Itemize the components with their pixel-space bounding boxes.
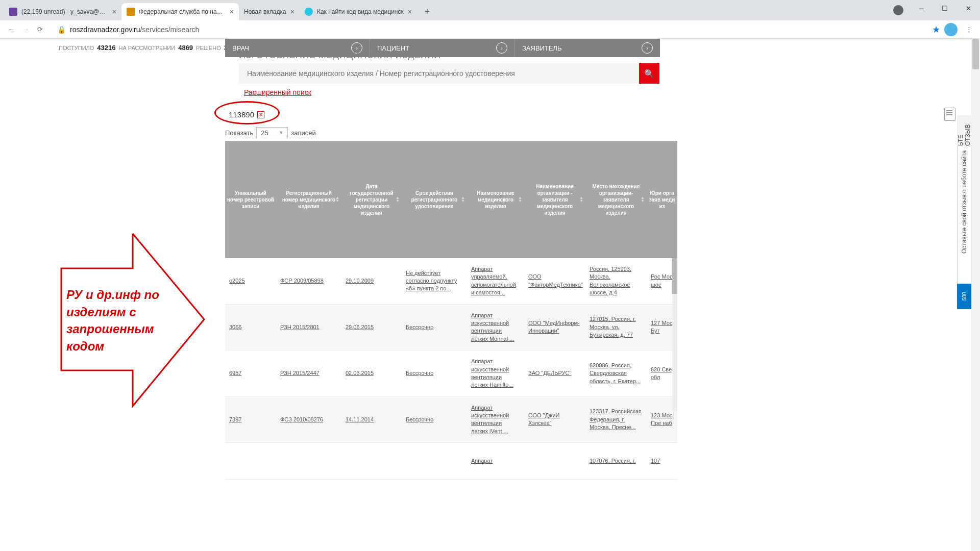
table-cell[interactable]: 02.03.2015 <box>341 369 402 377</box>
col-device-name[interactable]: Наименование медицинского изделия▲▼ <box>467 141 524 258</box>
browser-tab[interactable]: Новая вкладка × <box>239 3 300 20</box>
tab-close-icon[interactable]: × <box>112 8 116 16</box>
table-row: 6957РЗН 2015/244702.03.2015БессрочноАппа… <box>225 350 677 397</box>
sort-icon: ▲▼ <box>270 196 274 202</box>
nav-forward-button[interactable]: → <box>18 22 33 37</box>
col-applicant-org[interactable]: Наименование организации - заявителя мед… <box>524 141 585 258</box>
table-cell[interactable]: 127015, Россия, г. Москва, ул. Бутырская… <box>585 315 647 339</box>
tab-close-icon[interactable]: × <box>230 8 234 16</box>
chevron-down-icon: ▼ <box>279 130 283 135</box>
table-cell[interactable]: ООО "ФакторМедТехника" <box>524 273 585 289</box>
results-table: Уникальный номер реестровой записи▲▼ Рег… <box>225 141 677 480</box>
col-applicant-location[interactable]: Место нахождения организации-заявителя м… <box>585 141 647 258</box>
table-cell[interactable]: 29.10.2009 <box>341 277 402 285</box>
browser-tab[interactable]: Как найти код вида медицинск × <box>300 3 417 20</box>
table-cell[interactable]: Не действует согласно подпункту «б» пунк… <box>402 269 467 293</box>
table-cell[interactable]: 14.11.2014 <box>341 416 402 423</box>
nav-reload-button[interactable]: ⟳ <box>33 22 47 37</box>
table-cell[interactable]: Бессрочно <box>402 323 467 331</box>
page-scrollbar[interactable] <box>971 39 980 551</box>
col-unique-number[interactable]: Уникальный номер реестровой записи▲▼ <box>225 141 276 258</box>
annotation-text: РУ и др.инф по изделиям с запрошенным ко… <box>66 286 159 355</box>
stats-label: РЕШЕНО <box>196 45 221 51</box>
table-cell[interactable]: 3066 <box>225 323 276 331</box>
table-cell[interactable]: 29.06.2015 <box>341 323 402 331</box>
window-minimize-button[interactable]: ─ <box>910 0 933 16</box>
advanced-search-link[interactable]: Расширенный поиск <box>244 88 311 96</box>
browser-menu-button[interactable]: ⋮ <box>962 22 976 37</box>
table-row: 3066РЗН 2015/280129.06.2015БессрочноАппа… <box>225 305 677 351</box>
browser-tab[interactable]: Федеральная служба по надзор × <box>121 3 239 20</box>
table-cell[interactable]: 7397 <box>225 416 276 423</box>
tab-title: (22,159 unread) - y_savva@yaho <box>21 8 108 15</box>
table-cell[interactable]: Россия, 125993, Москва, Волоколамское шо… <box>585 265 647 297</box>
address-bar: ← → ⟳ 🔒 roszdravnadzor.gov.ru/services/m… <box>0 20 980 39</box>
window-maximize-button[interactable]: ☐ <box>933 0 957 16</box>
table-cell[interactable]: 107076, Россия, г. <box>585 457 647 465</box>
col-cut[interactable]: Юри орга заяв меди из <box>647 141 677 258</box>
browser-titlebar: (22,159 unread) - y_savva@yaho × Федерал… <box>0 0 980 20</box>
stats-label: НА РАССМОТРЕНИИ <box>119 45 176 51</box>
table-cell[interactable]: o2025 <box>225 277 276 285</box>
window-close-button[interactable]: ✕ <box>957 0 980 16</box>
profile-avatar[interactable] <box>944 23 958 36</box>
table-cell[interactable]: 107 <box>647 457 677 465</box>
table-cell[interactable]: Аппарат управляемой, вспомогательной и с… <box>467 265 524 297</box>
favicon <box>9 8 17 16</box>
feedback-cut-label: ЬТЕ ОТЗЫВ <box>957 115 971 146</box>
url-path: /services/misearch <box>140 26 199 34</box>
export-button[interactable] <box>944 108 955 121</box>
table-cell[interactable]: 123317, Российская Федерация, г. Москва,… <box>585 408 647 431</box>
role-tab-applicant[interactable]: ЗАЯВИТЕЛЬ › <box>515 39 660 57</box>
table-cell[interactable]: ООО "ДжиИ Хэлскеа" <box>524 412 585 428</box>
table-cell[interactable]: 123 Мос Пре наб <box>647 412 677 428</box>
table-cell[interactable]: ФСР 2009/05898 <box>276 277 341 285</box>
chevron-right-icon: › <box>642 42 653 54</box>
table-body: o2025ФСР 2009/0589829.10.2009Не действуе… <box>225 258 677 480</box>
clear-filter-button[interactable]: ✕ <box>257 111 264 118</box>
table-cell[interactable]: Бессрочно <box>402 416 467 423</box>
scrollbar-thumb[interactable] <box>672 258 677 294</box>
browser-tab[interactable]: (22,159 unread) - y_savva@yaho × <box>4 3 121 20</box>
col-reg-date[interactable]: Дата государственной регистрации медицин… <box>341 141 402 258</box>
lock-icon: 🔒 <box>57 26 66 34</box>
sort-icon: ▲▼ <box>518 196 522 202</box>
profile-badge-icon[interactable] <box>893 5 903 15</box>
table-cell[interactable]: Аппарат искусственной вентиляции легких … <box>467 404 524 436</box>
tab-close-icon[interactable]: × <box>290 8 295 16</box>
result-count: 113890 <box>229 110 254 119</box>
table-cell[interactable]: ЗАО "ДЕЛЬРУС" <box>524 369 585 377</box>
table-cell[interactable]: РЗН 2015/2447 <box>276 369 341 377</box>
records-label: записей <box>291 129 315 137</box>
tab-label: ЗАЯВИТЕЛЬ <box>522 44 562 52</box>
table-cell[interactable]: Бессрочно <box>402 369 467 377</box>
table-cell[interactable]: ООО "МедИнформ-Инновации" <box>524 319 585 335</box>
table-cell[interactable]: Аппарат <box>467 457 524 465</box>
page-size-select[interactable]: 25 ▼ <box>256 127 288 138</box>
table-cell[interactable]: РЗН 2015/2801 <box>276 323 341 331</box>
table-cell[interactable]: ФСЗ 2010/08276 <box>276 416 341 423</box>
scrollbar-thumb[interactable] <box>972 39 979 69</box>
table-cell[interactable]: 620086, Россия, Свердловская область, г.… <box>585 362 647 385</box>
new-tab-button[interactable]: + <box>420 5 434 19</box>
col-reg-number[interactable]: Регистрационный номер медицинского издел… <box>276 141 341 258</box>
url-input[interactable]: 🔒 roszdravnadzor.gov.ru/services/misearc… <box>52 22 927 37</box>
feedback-badge[interactable]: 500 <box>957 284 971 309</box>
table-cell[interactable]: Аппарат искусственной вентиляции легких … <box>467 358 524 389</box>
bookmark-star-icon[interactable]: ★ <box>932 24 940 35</box>
sort-icon: ▲▼ <box>579 196 583 202</box>
stats-value: 43216 <box>97 44 115 52</box>
table-cell[interactable]: 6957 <box>225 369 276 377</box>
annotation-arrow <box>56 233 209 427</box>
search-input[interactable] <box>239 63 639 84</box>
table-scrollbar[interactable] <box>672 258 677 411</box>
search-button[interactable]: 🔍 <box>639 63 659 84</box>
sort-icon: ▲▼ <box>641 196 645 202</box>
tab-close-icon[interactable]: × <box>408 8 412 16</box>
table-header: Уникальный номер реестровой записи▲▼ Рег… <box>225 141 677 258</box>
nav-back-button[interactable]: ← <box>4 22 18 37</box>
tab-title: Как найти код вида медицинск <box>317 8 404 15</box>
table-cell[interactable]: Аппарат искусственной вентиляции легких … <box>467 312 524 343</box>
tab-title: Федеральная служба по надзор <box>139 8 226 15</box>
col-validity[interactable]: Срок действия регистрационного удостовер… <box>402 141 467 258</box>
